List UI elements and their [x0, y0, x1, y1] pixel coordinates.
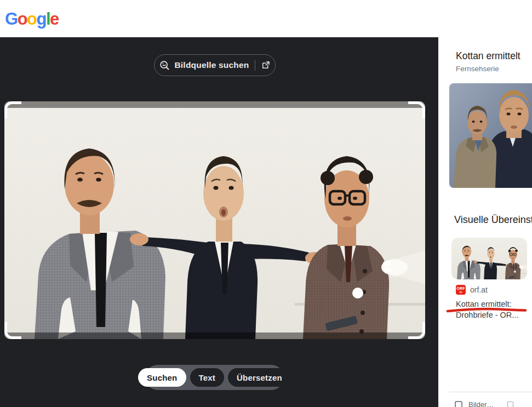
image-placeholder-icon	[455, 401, 462, 407]
query-image-photo	[4, 101, 425, 339]
match-thumbnail[interactable]	[451, 238, 527, 279]
mode-button-suchen[interactable]: Suchen	[138, 368, 186, 387]
mode-button-uebersetzen[interactable]: Übersetzen	[228, 368, 291, 387]
results-panel: Kottan ermittelt Fernsehserie Visuelle Ü…	[438, 37, 532, 407]
query-image[interactable]	[4, 101, 425, 339]
entity-title[interactable]: Kottan ermittelt	[456, 50, 520, 62]
match-thumbnail-photo	[451, 238, 527, 279]
clipped-row-label: Bilder…	[468, 400, 494, 407]
button-divider	[255, 60, 255, 71]
logo-letter: g	[37, 9, 46, 28]
red-underline-annotation	[445, 306, 528, 314]
find-image-source-button[interactable]: Bildquelle suchen	[154, 54, 276, 76]
entity-hero-photo	[449, 83, 532, 188]
logo-letter: G	[5, 9, 18, 28]
logo-letter: e	[50, 9, 59, 28]
clipped-bottom-row[interactable]: Bilder…	[455, 400, 513, 407]
crop-dim-bottom	[4, 333, 425, 339]
red-underline-path	[448, 309, 525, 311]
image-search-icon	[159, 60, 170, 71]
lens-mode-switch: Suchen Text Übersetzen	[145, 365, 284, 390]
find-image-source-label: Bildquelle suchen	[174, 60, 249, 70]
google-lens-page: Google Bildquelle suchen	[0, 0, 532, 407]
logo-letter: l	[46, 9, 50, 28]
top-bar: Google	[0, 0, 532, 37]
visual-matches-heading: Visuelle Übereinstimmungen	[454, 214, 532, 226]
crop-handle-top-right[interactable]	[408, 101, 425, 118]
source-domain: orf.at	[470, 285, 488, 294]
lens-query-panel: Bildquelle suchen Suchen Text Übersetzen	[0, 37, 438, 407]
orf-favicon[interactable]: ORF tv	[456, 285, 466, 295]
open-in-new-icon[interactable]	[261, 60, 271, 70]
crop-handle-bottom-right[interactable]	[408, 322, 425, 339]
row-end-icon	[507, 402, 513, 407]
panel-divider	[449, 392, 532, 392]
logo-letter: o	[27, 9, 36, 28]
favicon-text: ORF	[456, 286, 465, 290]
entity-hero-image[interactable]	[449, 83, 532, 188]
mode-button-text[interactable]: Text	[190, 368, 225, 387]
favicon-subtext: tv	[460, 291, 462, 294]
logo-letter: o	[18, 9, 27, 28]
crop-handle-bottom-left[interactable]	[4, 322, 21, 339]
crop-handle-top-left[interactable]	[4, 101, 21, 118]
entity-subtitle: Fernsehserie	[456, 65, 499, 73]
crop-dim-top	[4, 101, 425, 108]
match-source-row: ORF tv orf.at	[456, 285, 488, 295]
google-logo[interactable]: Google	[5, 10, 59, 28]
